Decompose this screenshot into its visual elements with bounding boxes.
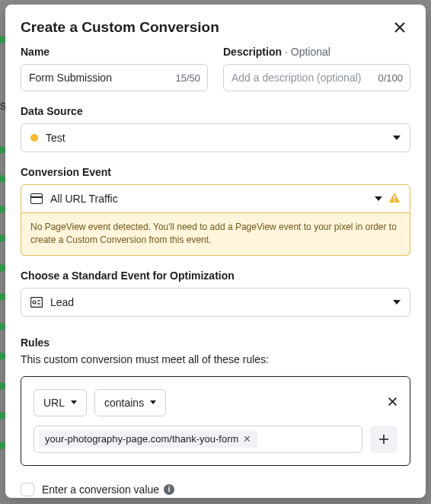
name-counter: 15/50 (175, 72, 200, 84)
conversion-value-checkbox[interactable] (21, 483, 34, 496)
warning-banner: No PageView event detected. You'll need … (21, 213, 410, 256)
conversion-event-value: All URL Traffic (50, 193, 118, 205)
standard-event-dropdown[interactable]: Lead (21, 288, 410, 317)
modal-footer: Cancel Create (21, 496, 410, 504)
rule-value-input[interactable]: your-photography-page.com/thank-you-form… (34, 426, 362, 453)
remove-rule-button[interactable] (388, 396, 397, 410)
remove-chip-button[interactable]: ✕ (243, 433, 251, 445)
rule-value-text: your-photography-page.com/thank-you-form (45, 433, 238, 445)
rule-operator-value: contains (104, 397, 144, 409)
chevron-down-icon (71, 400, 77, 404)
data-source-field: Data Source Test (21, 105, 410, 152)
chevron-down-icon (393, 300, 401, 305)
conversion-event-field: Conversion Event All URL Traffic No Page… (21, 166, 410, 256)
rules-label: Rules (21, 337, 410, 349)
svg-rect-0 (394, 196, 395, 199)
conversion-value-label: Enter a conversion value (42, 483, 159, 496)
plus-icon (378, 434, 389, 445)
warning-icon (388, 192, 401, 206)
chevron-down-icon (375, 196, 382, 201)
lead-icon (30, 297, 43, 308)
close-icon (388, 397, 397, 407)
svg-point-3 (33, 301, 36, 304)
description-optional: · Optional (285, 46, 330, 58)
data-source-dropdown[interactable]: Test (21, 123, 410, 152)
chevron-down-icon (150, 400, 156, 404)
name-label: Name (21, 46, 208, 58)
rule-value-chip: your-photography-page.com/thank-you-form… (39, 430, 257, 448)
data-source-label: Data Source (21, 105, 410, 117)
data-source-value: Test (46, 132, 65, 144)
conversion-event-label: Conversion Event (21, 166, 410, 178)
rules-box: URL contains your-photography-page.com/t… (21, 376, 410, 466)
rules-subtext: This custom conversion must meet all of … (21, 353, 410, 365)
rule-operator-dropdown[interactable]: contains (94, 389, 166, 416)
name-field: Name 15/50 (21, 46, 208, 91)
svg-rect-1 (394, 200, 395, 202)
close-icon (394, 21, 406, 33)
description-counter: 0/100 (378, 72, 403, 84)
conversion-value-row: Enter a conversion value i (21, 483, 410, 496)
chevron-down-icon (393, 136, 401, 140)
rule-field-dropdown[interactable]: URL (34, 389, 87, 416)
info-icon[interactable]: i (164, 484, 174, 495)
add-rule-button[interactable] (370, 426, 397, 453)
description-label: Description (223, 46, 282, 58)
standard-event-label: Choose a Standard Event for Optimization (21, 270, 410, 282)
close-button[interactable] (389, 17, 410, 38)
modal-header: Create a Custom Conversion (21, 5, 410, 46)
status-dot-icon (30, 134, 38, 142)
custom-conversion-modal: Create a Custom Conversion Name 15/50 De… (5, 5, 426, 498)
modal-title: Create a Custom Conversion (21, 19, 219, 36)
description-field: Description · Optional 0/100 (223, 46, 410, 91)
rule-field-value: URL (43, 397, 65, 409)
browser-icon (30, 193, 43, 204)
standard-event-field: Choose a Standard Event for Optimization… (21, 270, 410, 317)
standard-event-value: Lead (50, 296, 74, 308)
conversion-event-dropdown[interactable]: All URL Traffic (21, 184, 410, 213)
